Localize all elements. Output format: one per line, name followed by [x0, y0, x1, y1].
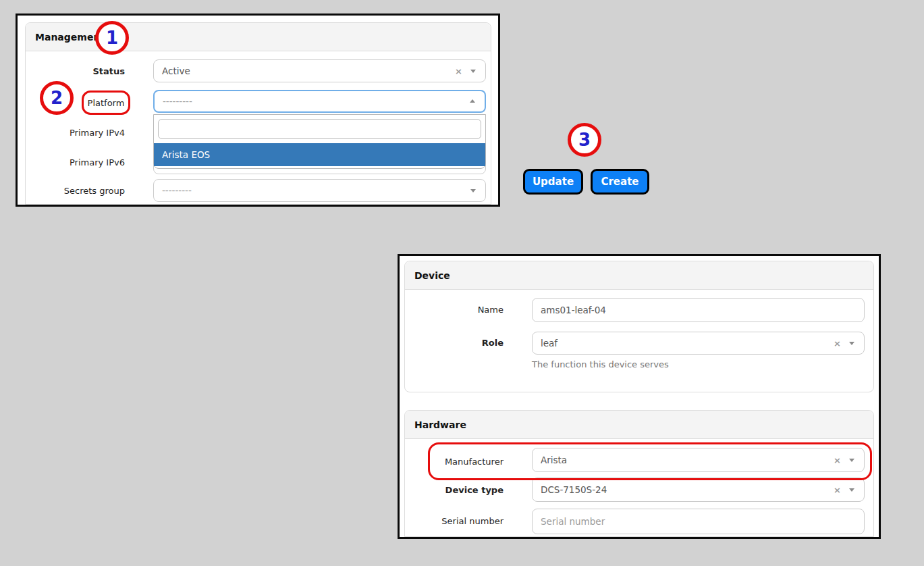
- device-panel-title: Device: [414, 270, 450, 281]
- caret-up-icon: [470, 99, 475, 103]
- serial-number-label: Serial number: [400, 516, 504, 527]
- caret-down-icon: [470, 189, 476, 192]
- create-button[interactable]: Create: [591, 169, 649, 195]
- device-screenshot-frame: Device Name Role leaf × The function thi…: [398, 254, 881, 539]
- caret-down-icon: [849, 342, 854, 345]
- status-label: Status: [18, 66, 125, 77]
- caret-down-icon: [849, 488, 854, 492]
- primary-ipv4-label: Primary IPv4: [18, 128, 125, 138]
- dropdown-search-input[interactable]: [158, 119, 481, 139]
- secrets-group-select[interactable]: ---------: [153, 179, 486, 202]
- device-type-label: Device type: [400, 485, 504, 496]
- annotation-circle-1: 1: [95, 21, 129, 55]
- serial-number-input[interactable]: [532, 509, 865, 534]
- status-select[interactable]: Active ×: [153, 59, 486, 82]
- device-type-select-value: DCS-7150S-24: [541, 484, 607, 495]
- secrets-group-select-value: ---------: [162, 185, 192, 196]
- platform-select-value: ---------: [163, 96, 192, 107]
- device-panel-header: Device: [405, 261, 873, 290]
- platform-label-highlight: Platform: [82, 91, 130, 115]
- annotation-number-3: 3: [578, 130, 591, 150]
- annotation-number-1: 1: [106, 28, 118, 48]
- platform-select[interactable]: ---------: [153, 90, 486, 113]
- role-select[interactable]: leaf ×: [532, 332, 865, 355]
- platform-label: Platform: [88, 98, 125, 108]
- annotated-screenshot-page: Management Status Primary IPv4 Primary I…: [0, 0, 924, 566]
- annotation-circle-2: 2: [40, 81, 74, 115]
- role-label: Role: [400, 338, 504, 349]
- name-label: Name: [400, 305, 504, 315]
- management-panel-title: Management: [35, 32, 105, 43]
- clear-icon[interactable]: ×: [455, 67, 462, 76]
- dropdown-option-label: Arista EOS: [162, 149, 210, 160]
- clear-icon[interactable]: ×: [834, 339, 841, 348]
- secrets-group-label: Secrets group: [18, 186, 125, 197]
- primary-ipv6-label: Primary IPv6: [18, 157, 125, 168]
- status-select-value: Active: [162, 66, 190, 76]
- update-button[interactable]: Update: [523, 169, 583, 195]
- manufacturer-row-highlight: [428, 442, 872, 480]
- device-panel: Device: [404, 261, 874, 392]
- annotation-number-2: 2: [51, 88, 63, 108]
- platform-dropdown: Arista EOS: [153, 114, 486, 169]
- caret-down-icon: [470, 70, 476, 73]
- role-help-text: The function this device serves: [532, 359, 669, 369]
- hardware-panel-title: Hardware: [414, 419, 466, 430]
- management-screenshot-frame: Management Status Primary IPv4 Primary I…: [16, 14, 500, 207]
- annotation-circle-3: 3: [568, 123, 601, 157]
- name-input[interactable]: [532, 298, 865, 322]
- clear-icon[interactable]: ×: [834, 486, 841, 494]
- device-type-select[interactable]: DCS-7150S-24 ×: [532, 478, 865, 502]
- role-select-value: leaf: [541, 338, 558, 349]
- dropdown-option-arista-eos[interactable]: Arista EOS: [154, 143, 485, 166]
- hardware-panel-header: Hardware: [405, 411, 873, 439]
